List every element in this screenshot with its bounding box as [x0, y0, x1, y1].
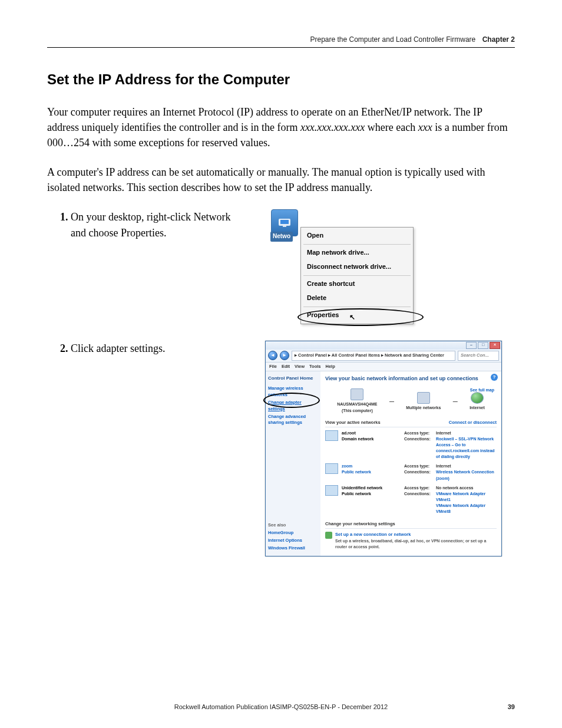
- running-header: Prepare the Computer and Load Controller…: [47, 35, 515, 48]
- sidebar-see-also: See also: [268, 522, 305, 529]
- net3-connection-link-1[interactable]: VMware Network Adapter VMnet1: [436, 491, 497, 503]
- setup-desc: Set up a wireless, broadband, dial-up, a…: [335, 538, 497, 550]
- setup-connection-item[interactable]: Set up a new connection or network Set u…: [325, 531, 497, 552]
- net1-type: Domain network: [342, 436, 401, 442]
- menu-help[interactable]: Help: [326, 364, 335, 370]
- network-icon-label: Netwo: [270, 232, 293, 242]
- svg-rect-1: [280, 220, 289, 224]
- main-content: ? View your basic network information an…: [320, 371, 501, 556]
- menu-tools[interactable]: Tools: [309, 364, 320, 370]
- see-full-map-link[interactable]: See full map: [470, 387, 494, 393]
- sidebar-change-adapter[interactable]: Change adapter settings: [268, 400, 318, 413]
- map-connector: —: [389, 398, 394, 405]
- net2-name: zoom: [342, 463, 401, 469]
- step-2: Click adapter settings. – □ × ◄ ► ▸ C: [71, 341, 515, 557]
- menu-file[interactable]: File: [269, 364, 277, 370]
- net1-name: ad.root: [342, 430, 401, 436]
- ctx-map-drive[interactable]: Map network drive...: [301, 246, 413, 260]
- page-footer: Rockwell Automation Publication IASIMP-Q…: [47, 703, 515, 710]
- computer-sub: (This computer): [337, 408, 377, 414]
- figure-network-context-menu: Netwo Open Map network drive... Disconne…: [271, 209, 418, 236]
- context-menu: Open Map network drive... Disconnect net…: [300, 227, 414, 324]
- ctx-properties[interactable]: Properties: [301, 308, 413, 322]
- network-desktop-icon[interactable]: Netwo: [271, 209, 298, 236]
- menu-view[interactable]: View: [295, 364, 305, 370]
- sidebar-advanced-sharing[interactable]: Change advanced sharing settings: [268, 414, 318, 427]
- address-bar-row: ◄ ► ▸ Control Panel ▸ All Control Panel …: [266, 350, 501, 363]
- section-title: Set the IP Address for the Computer: [47, 71, 515, 88]
- computer-name: NAUSMAVSH4Q4ME: [337, 401, 377, 407]
- page-number: 39: [508, 703, 515, 710]
- close-button[interactable]: ×: [490, 342, 500, 349]
- menu-bar: File Edit View Tools Help: [266, 363, 501, 372]
- network-entry: ad.root Domain network Access type:Inter…: [325, 429, 497, 462]
- svg-rect-2: [283, 226, 286, 227]
- nav-forward-button[interactable]: ►: [280, 351, 289, 360]
- chapter-label: Chapter 2: [482, 35, 515, 44]
- ctx-create-shortcut[interactable]: Create shortcut: [301, 277, 413, 291]
- figure-network-sharing-center: – □ × ◄ ► ▸ Control Panel ▸ All Control …: [265, 341, 502, 557]
- menu-edit[interactable]: Edit: [282, 364, 290, 370]
- networks-icon: [417, 392, 430, 404]
- ctx-delete[interactable]: Delete: [301, 291, 413, 305]
- maximize-button[interactable]: □: [478, 342, 488, 349]
- setup-icon: [325, 532, 332, 539]
- network-entry: zoom Public network Access type:Internet…: [325, 462, 497, 483]
- running-header-title: Prepare the Computer and Load Controller…: [310, 35, 475, 44]
- nav-back-button[interactable]: ◄: [268, 351, 277, 360]
- change-settings-title: Change your networking settings: [325, 521, 497, 529]
- intro-paragraph-1: Your computer requires an Internet Proto…: [47, 104, 515, 150]
- search-input[interactable]: Search Con...: [458, 351, 499, 361]
- network-icon: [325, 430, 338, 441]
- step-2-text: Click adapter settings.: [71, 342, 165, 354]
- active-networks-title: View your active networks: [325, 420, 381, 426]
- sidebar: Control Panel Home Manage wireless netwo…: [266, 371, 320, 556]
- help-icon[interactable]: ?: [491, 374, 498, 381]
- step-1: On your desktop, right-click Network and…: [71, 209, 515, 240]
- ctx-open[interactable]: Open: [301, 229, 413, 243]
- publication-info: Rockwell Automation Publication IASIMP-Q…: [174, 703, 388, 710]
- connect-disconnect-link[interactable]: Connect or disconnect: [449, 420, 497, 426]
- sidebar-internet-options[interactable]: Internet Options: [268, 538, 305, 544]
- sidebar-windows-firewall[interactable]: Windows Firewall: [268, 545, 305, 552]
- computer-icon: [351, 388, 363, 400]
- network-icon: [325, 463, 338, 474]
- ctx-disconnect-drive[interactable]: Disconnect network drive...: [301, 260, 413, 274]
- network-entry: Unidentified network Public network Acce…: [325, 483, 497, 517]
- cursor-icon: ↖: [349, 312, 355, 322]
- net3-type: Public network: [342, 491, 401, 497]
- net3-name: Unidentified network: [342, 485, 401, 491]
- window-titlebar: – □ ×: [266, 341, 501, 350]
- network-icon: [325, 485, 338, 496]
- ctx-separator: [303, 244, 411, 245]
- net3-connection-link-2[interactable]: VMware Network Adapter VMnet8: [436, 503, 497, 515]
- sidebar-homegroup[interactable]: HomeGroup: [268, 530, 305, 536]
- net2-type: Public network: [342, 469, 401, 475]
- sidebar-manage-wireless[interactable]: Manage wireless networks: [268, 386, 318, 398]
- minimize-button[interactable]: –: [466, 342, 477, 349]
- ctx-separator: [303, 307, 411, 307]
- map-connector: —: [453, 398, 458, 405]
- setup-title: Set up a new connection or network: [335, 532, 497, 538]
- multiple-networks-label: Multiple networks: [406, 405, 441, 411]
- internet-label: Internet: [470, 405, 485, 411]
- step-1-text: On your desktop, right-click Network and…: [71, 211, 230, 238]
- ctx-separator: [303, 275, 411, 276]
- breadcrumb[interactable]: ▸ Control Panel ▸ All Control Panel Item…: [292, 351, 455, 361]
- main-title: View your basic network information and …: [325, 375, 497, 383]
- intro-paragraph-2: A computer's IP address can be set autom…: [47, 164, 515, 195]
- sidebar-home[interactable]: Control Panel Home: [268, 375, 318, 382]
- net1-connection-link[interactable]: Rockwell – SSL-VPN Network Access – Go t…: [436, 436, 497, 460]
- net2-connection-link[interactable]: Wireless Network Connection (zoom): [436, 469, 497, 481]
- network-map: See full map NAUSMAVSH4Q4ME (This comput…: [325, 386, 497, 416]
